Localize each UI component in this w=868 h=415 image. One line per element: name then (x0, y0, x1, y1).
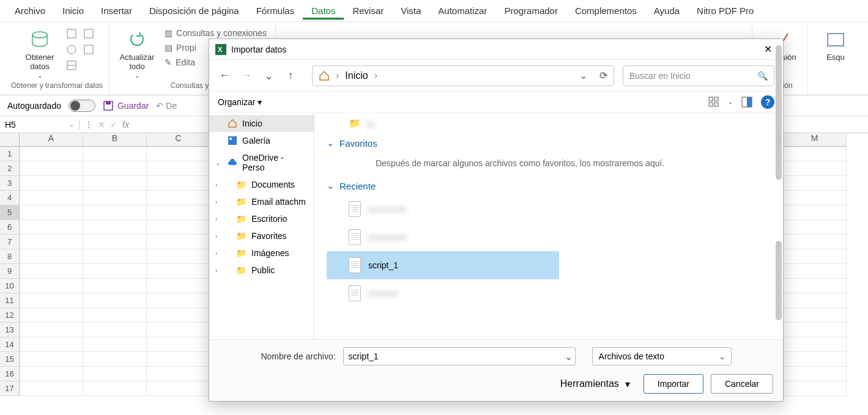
breadcrumb-bar[interactable]: › Inicio › ⌄ ⟳ (312, 65, 614, 86)
organize-button[interactable]: Organizar ▾ (218, 97, 262, 107)
from-text-csv-button[interactable] (65, 27, 78, 40)
cell[interactable] (83, 264, 147, 279)
cell[interactable] (83, 235, 147, 249)
help-button[interactable]: ? (761, 95, 774, 109)
cell[interactable] (147, 279, 210, 293)
cell[interactable] (147, 264, 210, 279)
import-button[interactable]: Importar (644, 374, 703, 394)
cell[interactable] (83, 293, 147, 308)
menu-archivo[interactable]: Archivo (6, 2, 54, 20)
expand-icon[interactable]: ⋮ (84, 120, 93, 130)
cell[interactable] (83, 352, 147, 367)
chevron-down-icon[interactable]: ⌄ (565, 351, 573, 362)
cell[interactable] (147, 249, 210, 264)
nav-forward-button[interactable]: → (240, 69, 253, 82)
cell[interactable] (783, 352, 847, 367)
row-header[interactable]: 11 (0, 293, 20, 308)
row-header[interactable]: 14 (0, 337, 20, 352)
col-header[interactable]: M (783, 133, 847, 147)
cell[interactable] (83, 205, 147, 220)
cell[interactable] (20, 323, 83, 337)
row-header[interactable]: 16 (0, 367, 20, 381)
sidebar-item-galeria[interactable]: Galería (209, 132, 314, 149)
nav-recent-button[interactable]: ⌄ (262, 69, 275, 83)
sidebar-item-inicio[interactable]: Inicio (209, 115, 314, 132)
cell[interactable] (20, 264, 83, 279)
from-web-button[interactable] (65, 43, 78, 56)
view-options-button[interactable] (708, 97, 719, 108)
chevron-down-icon[interactable]: ⌄ (728, 98, 733, 105)
menu-insertar[interactable]: Insertar (92, 2, 141, 20)
row-header[interactable]: 2 (0, 161, 20, 176)
cell[interactable] (20, 191, 83, 205)
cell[interactable] (83, 279, 147, 293)
cell[interactable] (20, 293, 83, 308)
menu-automatizar[interactable]: Automatizar (429, 2, 495, 20)
breadcrumb-root[interactable]: Inicio (345, 70, 368, 81)
row-header[interactable]: 15 (0, 352, 20, 367)
cell[interactable] (783, 191, 847, 205)
cell[interactable] (83, 220, 147, 235)
cell[interactable] (83, 308, 147, 323)
select-all-corner[interactable] (0, 133, 20, 147)
cell[interactable] (783, 249, 847, 264)
cell[interactable] (83, 147, 147, 161)
menu-inicio[interactable]: Inicio (54, 2, 92, 20)
chevron-right-icon[interactable]: › (215, 250, 217, 257)
cell[interactable] (783, 235, 847, 249)
row-header[interactable]: 6 (0, 220, 20, 235)
cell[interactable] (83, 161, 147, 176)
cell[interactable] (147, 205, 210, 220)
menu-nitro-pdf[interactable]: Nitro PDF Pro (688, 2, 762, 20)
cell[interactable] (20, 352, 83, 367)
cell[interactable] (83, 381, 147, 396)
cell[interactable] (83, 249, 147, 264)
cell[interactable] (147, 235, 210, 249)
get-data-button[interactable]: Obtener datos ⌄ (18, 27, 61, 79)
save-button[interactable]: Guardar (103, 100, 149, 111)
section-favoritos[interactable]: ⌄ Favoritos (327, 138, 771, 149)
sidebar-item-email[interactable]: › 📁 Email attachm (209, 193, 314, 210)
existing-connections-button[interactable] (82, 43, 95, 56)
cell[interactable] (147, 367, 210, 381)
preview-pane-button[interactable] (741, 97, 752, 108)
sidebar-item-public[interactable]: › 📁 Public (209, 262, 314, 279)
queries-connections-button[interactable]: ▥ Consultas y conexiones (162, 27, 269, 39)
close-button[interactable]: ✕ (759, 41, 777, 57)
menu-vista[interactable]: Vista (392, 2, 429, 20)
cell[interactable] (20, 176, 83, 191)
row-header[interactable]: 1 (0, 147, 20, 161)
cell[interactable] (83, 323, 147, 337)
row-header[interactable]: 3 (0, 176, 20, 191)
enter-formula-icon[interactable]: ✓ (110, 120, 117, 130)
nav-back-button[interactable]: ← (218, 69, 231, 82)
chevron-right-icon[interactable]: › (215, 199, 217, 205)
cell[interactable] (783, 293, 847, 308)
sidebar-item-favorites[interactable]: › 📁 Favorites (209, 227, 314, 244)
cell[interactable] (783, 367, 847, 381)
menu-formulas[interactable]: Fórmulas (248, 2, 303, 20)
cell[interactable] (20, 381, 83, 396)
filename-input[interactable] (343, 347, 576, 365)
row-header[interactable]: 10 (0, 279, 20, 293)
row-header[interactable]: 13 (0, 323, 20, 337)
cancel-button[interactable]: Cancelar (711, 374, 773, 394)
cell[interactable] (147, 147, 210, 161)
autosave-toggle[interactable] (69, 100, 95, 112)
fx-icon[interactable]: fx (122, 120, 129, 130)
chevron-down-icon[interactable]: ⌄ (579, 70, 587, 81)
cell[interactable] (20, 279, 83, 293)
cell[interactable] (83, 191, 147, 205)
menu-complementos[interactable]: Complementos (566, 2, 645, 20)
sidebar-item-imagenes[interactable]: › 📁 Imágenes (209, 244, 314, 262)
row-header[interactable]: 17 (0, 381, 20, 396)
row-header[interactable]: 8 (0, 249, 20, 264)
chevron-down-icon[interactable]: ⌄ (215, 160, 220, 166)
outline-button[interactable]: Esqu (814, 27, 857, 62)
name-box[interactable]: H5 ⌄ (0, 120, 80, 130)
cell[interactable] (147, 381, 210, 396)
nav-up-button[interactable]: ↑ (284, 69, 297, 82)
cell[interactable] (147, 308, 210, 323)
search-box[interactable]: Buscar en Inicio 🔍 (623, 65, 774, 86)
row-header[interactable]: 7 (0, 235, 20, 249)
